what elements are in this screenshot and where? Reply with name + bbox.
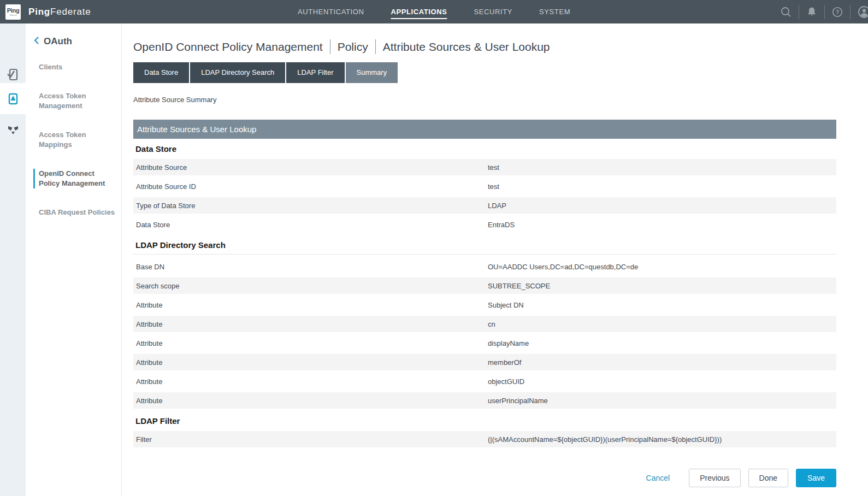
breadcrumb-separator — [330, 39, 330, 54]
breadcrumb: OpenID Connect Policy Management Policy … — [133, 39, 836, 54]
sidebar-item-openid-connect-policy-management[interactable]: OpenID Connect Policy Management — [33, 169, 115, 188]
summary-row: AttributeuserPrincipalName — [133, 392, 836, 409]
footer-actions: Cancel Previous Done Save — [133, 469, 836, 487]
summary-row: Filter(|(sAMAccountName=${objectGUID})(u… — [133, 431, 836, 447]
summary-section: LDAP Directory SearchBase DNOU=AADDC Use… — [133, 240, 836, 409]
nav-applications[interactable]: APPLICATIONS — [391, 5, 447, 18]
row-label: Filter — [136, 435, 488, 444]
sidebar-item-access-token-management[interactable]: Access Token Management — [33, 91, 115, 111]
summary-sections: Data StoreAttribute SourcetestAttribute … — [133, 144, 836, 447]
icon-divider — [824, 5, 825, 19]
top-bar-icons: ? — [780, 0, 868, 23]
sidebar: OAuth Clients Access Token Management Ac… — [26, 23, 122, 496]
summary-section: Data StoreAttribute SourcetestAttribute … — [133, 144, 836, 233]
summary-row: Search scopeSUBTREE_SCOPE — [133, 277, 836, 294]
breadcrumb-part-2: Policy — [338, 40, 368, 54]
row-label: Attribute — [136, 339, 488, 347]
product-name-bold: Ping — [28, 7, 50, 17]
tab-summary[interactable]: Summary — [346, 62, 398, 83]
top-bar: Ping Identity PingFederate AUTHENTICATIO… — [0, 0, 868, 23]
summary-row: Attribute Sourcetest — [133, 159, 836, 175]
row-value: Subject DN — [488, 301, 836, 309]
top-navigation: AUTHENTICATION APPLICATIONS SECURITY SYS… — [298, 0, 570, 23]
section-heading: LDAP Directory Search — [135, 240, 836, 250]
breadcrumb-part-3: Attribute Sources & User Lookup — [383, 40, 550, 54]
wizard-tabs: Data Store LDAP Directory Search LDAP Fi… — [133, 62, 836, 83]
summary-row: Type of Data StoreLDAP — [133, 197, 836, 214]
row-value: userPrincipalName — [488, 397, 836, 405]
row-value: memberOf — [488, 358, 836, 367]
section-heading: LDAP Filter — [135, 416, 836, 426]
row-label: Attribute — [136, 301, 488, 309]
row-label: Attribute Source — [136, 163, 488, 172]
tab-data-store[interactable]: Data Store — [133, 62, 189, 83]
row-label: Base DN — [136, 263, 488, 271]
row-label: Attribute — [136, 358, 488, 367]
row-label: Attribute — [136, 320, 488, 328]
row-label: Type of Data Store — [136, 202, 488, 210]
brand: Ping Identity PingFederate — [0, 4, 91, 20]
row-value: (|(sAMAccountName=${objectGUID})(userPri… — [488, 435, 836, 444]
ping-logo: Ping Identity — [5, 4, 21, 20]
svg-text:?: ? — [836, 9, 839, 15]
ping-logo-text: Ping — [7, 8, 20, 14]
help-icon[interactable]: ? — [831, 6, 843, 18]
row-value: SUBTREE_SCOPE — [488, 282, 836, 290]
sidebar-back-oauth[interactable]: OAuth — [33, 36, 121, 47]
nav-authentication[interactable]: AUTHENTICATION — [298, 5, 364, 18]
row-label: Attribute Source ID — [136, 182, 488, 191]
summary-row: AttributememberOf — [133, 354, 836, 370]
summary-row: Attributecn — [133, 316, 836, 332]
breadcrumb-separator — [375, 39, 376, 54]
mappings-icon[interactable] — [0, 114, 26, 145]
summary-row: AttributeSubject DN — [133, 297, 836, 313]
summary-section: LDAP FilterFilter(|(sAMAccountName=${obj… — [133, 416, 836, 447]
row-label: Search scope — [136, 282, 488, 290]
sidebar-back-label: OAuth — [44, 36, 72, 47]
row-value: cn — [488, 320, 836, 328]
product-name: PingFederate — [28, 7, 91, 17]
section-divider — [133, 254, 836, 255]
row-value: test — [488, 182, 836, 191]
icon-rail — [0, 23, 26, 496]
sidebar-item-access-token-mappings[interactable]: Access Token Mappings — [33, 130, 115, 150]
cancel-button[interactable]: Cancel — [646, 474, 670, 482]
section-heading: Data Store — [135, 144, 836, 153]
row-value: test — [488, 163, 836, 172]
summary-row: Data StoreEntraDS — [133, 216, 836, 233]
access-token-icon[interactable] — [0, 83, 26, 114]
nav-system[interactable]: SYSTEM — [539, 5, 570, 18]
icon-divider — [799, 5, 799, 19]
row-label: Data Store — [136, 221, 488, 229]
sidebar-item-ciba-request-policies[interactable]: CIBA Request Policies — [33, 208, 115, 217]
row-value: displayName — [488, 339, 836, 347]
panel-header: Attribute Sources & User Lookup — [133, 120, 836, 139]
user-avatar-icon[interactable] — [857, 5, 868, 19]
tab-ldap-directory-search[interactable]: LDAP Directory Search — [190, 62, 285, 83]
summary-row: AttributeobjectGUID — [133, 373, 836, 389]
summary-row: Base DNOU=AADDC Users,DC=ad,DC=questdb,D… — [133, 258, 836, 275]
row-value: OU=AADDC Users,DC=ad,DC=questdb,DC=de — [488, 263, 836, 271]
search-icon[interactable] — [780, 6, 792, 18]
product-name-light: Federate — [50, 7, 91, 17]
notifications-icon[interactable] — [806, 6, 818, 18]
summary-row: Attribute Source IDtest — [133, 178, 836, 194]
save-button[interactable]: Save — [796, 469, 836, 487]
sidebar-menu: Clients Access Token Management Access T… — [33, 62, 121, 217]
summary-description: Attribute Source Summary — [133, 96, 836, 104]
main-content: OpenID Connect Policy Management Policy … — [122, 23, 868, 496]
chevron-left-icon — [33, 36, 39, 47]
summary-row: AttributedisplayName — [133, 335, 836, 351]
ping-logo-subtext: Identity — [10, 14, 17, 16]
row-value: objectGUID — [488, 377, 836, 386]
previous-button[interactable]: Previous — [689, 469, 740, 487]
sidebar-item-clients[interactable]: Clients — [33, 62, 115, 72]
icon-divider — [850, 5, 851, 19]
done-button[interactable]: Done — [748, 469, 788, 487]
row-value: EntraDS — [488, 221, 836, 229]
row-value: LDAP — [488, 202, 836, 210]
nav-security[interactable]: SECURITY — [474, 5, 512, 18]
row-label: Attribute — [136, 397, 488, 405]
tab-ldap-filter[interactable]: LDAP Filter — [286, 62, 344, 83]
breadcrumb-part-1: OpenID Connect Policy Management — [133, 40, 323, 54]
